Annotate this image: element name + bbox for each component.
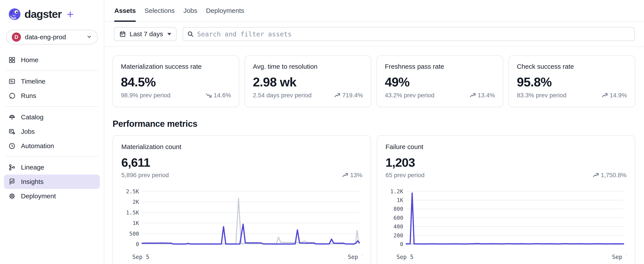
insights-content: Materialization success rate 84.5% 98.9%… xyxy=(105,47,644,264)
sidebar-item-lineage[interactable]: Lineage xyxy=(4,160,100,174)
trend-up-icon xyxy=(334,92,340,98)
metric-delta-value: 14.9% xyxy=(610,92,627,99)
kpi-cards-row: Materialization success rate 84.5% 98.9%… xyxy=(112,56,635,107)
chart-card-materialization-count[interactable]: Materialization count 6,611 5,896 prev p… xyxy=(112,135,371,264)
main-area: Assets Selections Jobs Deployments Last … xyxy=(105,0,644,264)
brand-logo[interactable]: dagster + xyxy=(0,0,104,21)
sidebar-item-label: Home xyxy=(21,56,38,64)
date-range-button[interactable]: Last 7 days xyxy=(114,27,176,41)
dagster-octopus-icon xyxy=(8,8,21,20)
sidebar-item-insights[interactable]: Insights xyxy=(4,174,100,189)
metric-delta-value: 719.4% xyxy=(342,92,363,99)
metric-title: Freshness pass rate xyxy=(385,63,495,70)
search-input[interactable] xyxy=(197,30,630,38)
metric-title: Materialization success rate xyxy=(121,63,231,70)
svg-text:1K: 1K xyxy=(397,197,403,203)
sidebar-item-timeline[interactable]: Timeline xyxy=(4,74,100,88)
trend-down-icon xyxy=(206,92,212,98)
timeline-icon xyxy=(8,78,16,85)
chart-title: Materialization count xyxy=(121,143,362,150)
failure-count-line-chart: 02004006008001K1.2KSep 5Sep 12 xyxy=(386,185,626,262)
svg-text:0: 0 xyxy=(400,241,403,248)
svg-text:600: 600 xyxy=(394,215,403,221)
metric-delta: 14.6% xyxy=(206,92,231,99)
metric-delta: 719.4% xyxy=(334,92,363,99)
sidebar-item-label: Runs xyxy=(21,92,36,100)
tab-selections[interactable]: Selections xyxy=(144,0,174,22)
sidebar-item-runs[interactable]: Runs xyxy=(4,88,100,103)
sidebar-item-jobs[interactable]: Jobs xyxy=(4,124,100,139)
metric-card-freshness-pass-rate[interactable]: Freshness pass rate 49% 43.2% prev perio… xyxy=(376,56,503,107)
chevron-down-icon xyxy=(86,34,92,40)
sidebar-item-deployment[interactable]: Deployment xyxy=(4,189,100,203)
search-box xyxy=(182,27,635,41)
runs-loop-icon xyxy=(8,92,16,100)
svg-text:1.2K: 1.2K xyxy=(390,188,403,194)
metric-prev-period: 43.2% prev period xyxy=(385,92,434,99)
svg-text:800: 800 xyxy=(394,206,403,212)
metric-card-avg-time-to-resolution[interactable]: Avg. time to resolution 2.98 wk 2.54 day… xyxy=(244,56,371,107)
chart-delta: 1,750.8% xyxy=(592,172,626,179)
chart-delta-value: 1,750.8% xyxy=(601,172,626,179)
org-avatar: D xyxy=(12,32,21,42)
trend-up-icon xyxy=(592,172,599,178)
sidebar-item-label: Lineage xyxy=(21,164,44,171)
chart-delta-value: 13% xyxy=(350,172,362,179)
metric-prev-period: 83.3% prev period xyxy=(517,92,566,99)
metric-card-check-success-rate[interactable]: Check success rate 95.8% 83.3% prev peri… xyxy=(508,56,635,107)
svg-text:Sep 5: Sep 5 xyxy=(132,254,150,260)
svg-text:1K: 1K xyxy=(133,220,139,226)
svg-text:500: 500 xyxy=(129,230,139,237)
chart-cards-row: Materialization count 6,611 5,896 prev p… xyxy=(112,135,635,264)
search-icon xyxy=(187,30,194,38)
svg-text:0: 0 xyxy=(136,241,139,248)
sidebar-item-label: Insights xyxy=(21,178,44,186)
sidebar-item-label: Jobs xyxy=(21,128,35,135)
trend-up-icon xyxy=(342,172,348,178)
tab-jobs[interactable]: Jobs xyxy=(184,0,197,22)
materialization-count-line-chart: 05001K1.5K2K2.5KSep 5Sep 12 xyxy=(121,185,362,262)
date-range-label: Last 7 days xyxy=(130,30,163,38)
performance-metrics-heading: Performance metrics xyxy=(112,119,635,129)
sidebar-item-catalog[interactable]: Catalog xyxy=(4,110,100,124)
sidebar-item-automation[interactable]: Automation xyxy=(4,139,100,153)
metric-card-materialization-success-rate[interactable]: Materialization success rate 84.5% 98.9%… xyxy=(112,56,239,107)
svg-text:2K: 2K xyxy=(133,199,139,205)
calendar-icon xyxy=(119,30,126,38)
svg-text:Sep 12: Sep 12 xyxy=(348,254,362,260)
metric-delta-value: 13.4% xyxy=(478,92,495,99)
sidebar: dagster + D data-eng-prod Home Timeline … xyxy=(0,0,104,264)
trend-up-icon xyxy=(602,92,608,98)
metric-delta: 13.4% xyxy=(470,92,495,99)
sidebar-divider xyxy=(6,70,98,71)
chart-value: 6,611 xyxy=(121,155,362,170)
chart-prev-period: 65 prev period xyxy=(386,172,424,179)
org-name: data-eng-prod xyxy=(25,34,66,41)
svg-text:400: 400 xyxy=(394,224,403,230)
svg-text:1.5K: 1.5K xyxy=(126,210,139,216)
sidebar-item-home[interactable]: Home xyxy=(4,53,100,67)
chart-card-failure-count[interactable]: Failure count 1,203 65 prev period 1,750… xyxy=(377,135,635,264)
metric-value: 49% xyxy=(385,74,495,89)
filter-bar: Last 7 days xyxy=(105,22,644,47)
trend-up-icon xyxy=(470,92,476,98)
sidebar-divider xyxy=(6,156,98,157)
metric-value: 2.98 wk xyxy=(253,74,363,89)
metric-title: Check success rate xyxy=(517,63,627,70)
chart-delta: 13% xyxy=(342,172,362,179)
metric-delta-value: 14.6% xyxy=(214,92,231,99)
svg-text:Sep 12: Sep 12 xyxy=(612,254,626,260)
metric-prev-period: 98.9% prev period xyxy=(121,92,170,99)
tab-assets[interactable]: Assets xyxy=(114,0,136,22)
tab-deployments[interactable]: Deployments xyxy=(206,0,244,22)
jobs-icon xyxy=(8,128,16,135)
sidebar-nav: Home Timeline Runs Catalog Jobs xyxy=(0,53,104,203)
org-switcher[interactable]: D data-eng-prod xyxy=(6,30,98,44)
sidebar-divider xyxy=(6,106,98,107)
lineage-graph-icon xyxy=(8,164,16,171)
sidebar-item-label: Deployment xyxy=(21,192,56,200)
metric-value: 95.8% xyxy=(517,74,627,89)
sidebar-item-label: Timeline xyxy=(21,78,46,85)
brand-plus-badge: + xyxy=(67,8,74,21)
brand-wordmark: dagster xyxy=(24,8,62,20)
